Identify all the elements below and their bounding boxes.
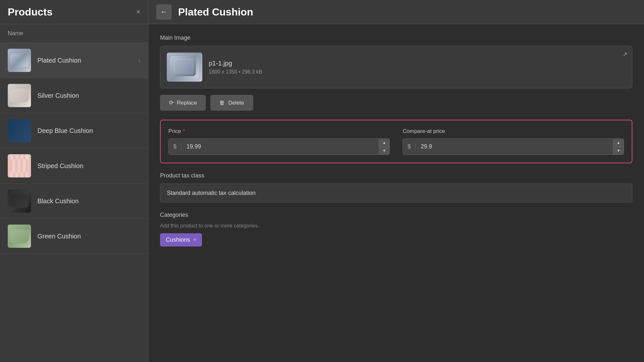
sidebar-item-silver[interactable]: Silver Cushion bbox=[0, 78, 148, 113]
compare-currency: $ bbox=[403, 143, 416, 150]
product-name-green: Green Cushion bbox=[37, 233, 140, 240]
tax-section: Product tax class Standard automatic tax… bbox=[160, 172, 632, 203]
product-detail-title: Plated Cushion bbox=[178, 6, 253, 18]
delete-icon: 🗑 bbox=[219, 100, 225, 106]
required-star: * bbox=[183, 128, 185, 134]
categories-section: Categories Add this product to one or mo… bbox=[160, 212, 632, 246]
thumbnail-black bbox=[8, 189, 31, 213]
replace-label: Replace bbox=[177, 100, 197, 106]
price-input[interactable] bbox=[181, 139, 379, 155]
header-right: ← Plated Cushion bbox=[148, 4, 644, 20]
image-card: p1-1.jpg 1800 x 1350 • 298.3 kB ↗ bbox=[160, 46, 632, 88]
sidebar-column-name-label: Name bbox=[8, 30, 23, 36]
tax-label: Product tax class bbox=[160, 172, 632, 179]
compare-price-spinners: ▲ ▼ bbox=[613, 139, 624, 155]
price-spinners: ▲ ▼ bbox=[379, 139, 389, 155]
tax-dropdown[interactable]: Standard automatic tax calculation bbox=[160, 184, 632, 203]
back-button[interactable]: ← bbox=[156, 4, 172, 20]
compare-spinner-down[interactable]: ▼ bbox=[613, 147, 624, 155]
compare-price-label-text: Compare-at price bbox=[403, 128, 445, 135]
sidebar-item-deepblue[interactable]: Deep Blue Cushion bbox=[0, 113, 148, 148]
thumbnail-striped bbox=[8, 154, 31, 177]
sidebar-item-plated[interactable]: Plated Cushion › bbox=[0, 43, 148, 78]
price-label: Price * bbox=[168, 128, 390, 135]
sidebar-item-black[interactable]: Black Cushion bbox=[0, 184, 148, 219]
header-left: Products × bbox=[0, 0, 148, 24]
thumbnail-plated bbox=[8, 49, 31, 72]
replace-button[interactable]: ⟳ Replace bbox=[160, 95, 206, 111]
action-buttons: ⟳ Replace 🗑 Delete bbox=[160, 95, 632, 111]
price-label-text: Price bbox=[168, 128, 181, 135]
page-title: Products bbox=[8, 6, 53, 18]
replace-icon: ⟳ bbox=[169, 99, 174, 106]
compare-spinner-up[interactable]: ▲ bbox=[613, 139, 624, 147]
detail-panel: Main Image p1-1.jpg 1800 x 1350 • 298.3 … bbox=[148, 24, 644, 362]
price-spinner-up[interactable]: ▲ bbox=[379, 139, 389, 147]
product-name-striped: Striped Cushion bbox=[37, 162, 140, 170]
categories-tags: Cushions × bbox=[160, 233, 632, 246]
thumbnail-silver bbox=[8, 84, 31, 107]
product-name-deepblue: Deep Blue Cushion bbox=[37, 127, 140, 135]
category-tag-label: Cushions bbox=[166, 236, 190, 243]
price-section: Price * $ ▲ ▼ Compare-at price $ bbox=[160, 120, 632, 163]
categories-label: Categories bbox=[160, 212, 632, 218]
sidebar-column-header: Name bbox=[0, 24, 148, 43]
sidebar-item-striped[interactable]: Striped Cushion bbox=[0, 148, 148, 184]
thumbnail-deepblue bbox=[8, 119, 31, 142]
delete-button[interactable]: 🗑 Delete bbox=[210, 95, 253, 111]
compare-price-label: Compare-at price bbox=[403, 128, 624, 135]
image-preview bbox=[167, 53, 202, 82]
main-image-label: Main Image bbox=[160, 35, 632, 41]
price-currency: $ bbox=[169, 143, 181, 150]
product-name-black: Black Cushion bbox=[37, 197, 140, 205]
categories-description: Add this product to one or more categori… bbox=[160, 223, 632, 229]
image-dimensions: 1800 x 1350 • 298.3 kB bbox=[209, 69, 626, 75]
top-header: Products × ← Plated Cushion bbox=[0, 0, 644, 24]
sidebar: Name Plated Cushion › Silver Cushion Dee… bbox=[0, 24, 148, 362]
thumbnail-green bbox=[8, 225, 31, 248]
compare-price-field-group: Compare-at price $ ▲ ▼ bbox=[403, 128, 624, 155]
category-tag-cushions[interactable]: Cushions × bbox=[160, 233, 202, 246]
category-tag-close-icon[interactable]: × bbox=[193, 237, 196, 243]
price-input-wrapper: $ ▲ ▼ bbox=[168, 138, 390, 155]
product-name-silver: Silver Cushion bbox=[37, 92, 140, 99]
price-field-group: Price * $ ▲ ▼ bbox=[168, 128, 390, 155]
compare-price-input-wrapper: $ ▲ ▼ bbox=[403, 138, 624, 155]
close-icon[interactable]: × bbox=[136, 8, 140, 16]
main-content: Name Plated Cushion › Silver Cushion Dee… bbox=[0, 24, 644, 362]
sidebar-item-green[interactable]: Green Cushion bbox=[0, 219, 148, 254]
chevron-right-icon: › bbox=[138, 57, 140, 64]
compare-price-input[interactable] bbox=[416, 139, 613, 155]
product-name-plated: Plated Cushion bbox=[37, 57, 138, 64]
image-filename: p1-1.jpg bbox=[209, 60, 626, 67]
external-link-icon[interactable]: ↗ bbox=[623, 51, 628, 58]
image-info: p1-1.jpg 1800 x 1350 • 298.3 kB bbox=[209, 60, 626, 75]
price-spinner-down[interactable]: ▼ bbox=[379, 147, 389, 155]
delete-label: Delete bbox=[228, 100, 244, 106]
